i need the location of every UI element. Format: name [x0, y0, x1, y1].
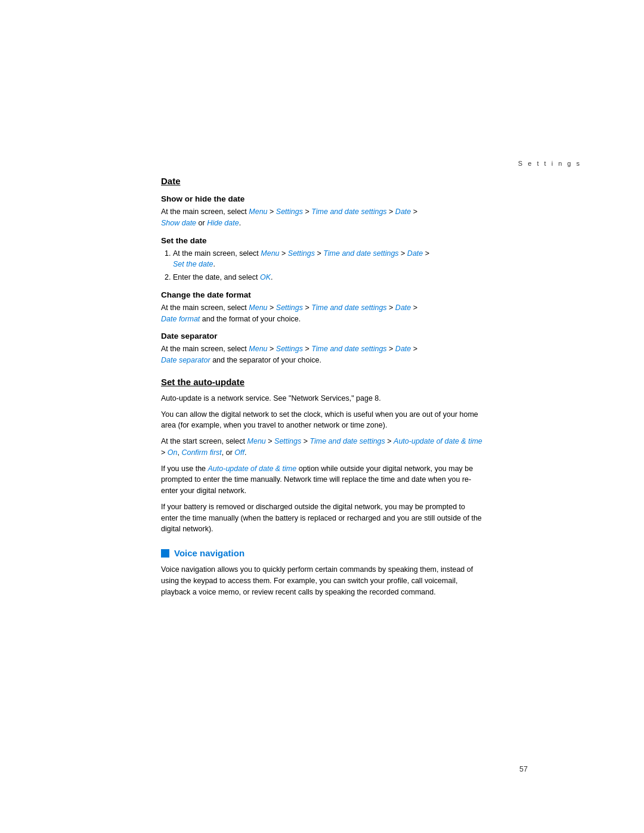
show-hide-or: or	[196, 219, 207, 227]
autoupdate-gt4: >	[161, 448, 168, 457]
set-date-step2: Enter the date, and select OK.	[173, 272, 483, 283]
set-date-settings-link[interactable]: Settings	[288, 249, 315, 258]
autoupdate-settings[interactable]: Settings	[274, 437, 301, 445]
content-area: Date Show or hide the date At the main s…	[161, 176, 483, 600]
voice-nav-heading-container: Voice navigation	[161, 548, 483, 558]
set-date-gt1: >	[280, 249, 288, 258]
date-sep-gt2: >	[303, 345, 311, 353]
autoupdate-para4-link[interactable]: Auto-update of date & time	[208, 465, 297, 473]
date-sep-link[interactable]: Date separator	[161, 356, 210, 364]
autoupdate-gt2: >	[301, 437, 309, 445]
set-date-gt4: >	[423, 249, 429, 258]
set-date-step2-period: .	[271, 273, 273, 281]
set-date-gt3: >	[399, 249, 407, 258]
set-date-step2-text: Enter the date, and select	[173, 273, 260, 281]
date-section: Date Show or hide the date At the main s…	[161, 176, 483, 366]
voice-nav-section: Voice navigation Voice navigation allows…	[161, 548, 483, 597]
voice-nav-body: Voice navigation allows you to quickly p…	[161, 564, 483, 597]
change-format-gt2: >	[303, 304, 311, 312]
show-hide-period: .	[239, 219, 241, 227]
show-hide-heading: Show or hide the date	[161, 194, 483, 203]
show-hide-text-before: At the main screen, select	[161, 208, 249, 216]
date-sep-gt1: >	[268, 345, 276, 353]
autoupdate-time[interactable]: Time and date settings	[309, 437, 385, 445]
autoupdate-section: Set the auto-update Auto-update is a net…	[161, 377, 483, 535]
date-sep-menu[interactable]: Menu	[249, 345, 267, 353]
autoupdate-off[interactable]: Off	[234, 448, 244, 457]
set-date-time-link[interactable]: Time and date settings	[323, 249, 398, 258]
change-format-date[interactable]: Date	[395, 304, 411, 312]
show-hide-time-link[interactable]: Time and date settings	[311, 208, 386, 216]
set-date-date-link[interactable]: Date	[407, 249, 423, 258]
show-hide-menu-link[interactable]: Menu	[249, 208, 267, 216]
date-sep-after: and the separator of your choice.	[210, 356, 321, 364]
page-number: 57	[519, 765, 528, 773]
set-date-step1: At the main screen, select Menu > Settin…	[173, 248, 483, 271]
date-sep-settings[interactable]: Settings	[276, 345, 303, 353]
autoupdate-para5: If your battery is removed or discharged…	[161, 501, 483, 535]
change-format-before: At the main screen, select	[161, 304, 249, 312]
change-format-menu[interactable]: Menu	[249, 304, 267, 312]
settings-label: S e t t i n g s	[518, 160, 581, 167]
autoupdate-gt1: >	[266, 437, 274, 445]
set-date-link[interactable]: Set the date	[173, 260, 213, 268]
show-hide-date-link[interactable]: Date	[395, 208, 411, 216]
autoupdate-para4: If you use the Auto-update of date & tim…	[161, 463, 483, 497]
set-date-step1-before: At the main screen, select	[173, 249, 261, 258]
page-container: S e t t i n g s Date Show or hide the da…	[0, 0, 644, 833]
set-date-list: At the main screen, select Menu > Settin…	[161, 248, 483, 283]
date-sep-time[interactable]: Time and date settings	[311, 345, 386, 353]
date-sep-gt4: >	[411, 345, 417, 353]
date-heading: Date	[161, 176, 483, 186]
autoupdate-link[interactable]: Auto-update of date & time	[394, 437, 482, 445]
date-format-link[interactable]: Date format	[161, 315, 200, 323]
change-format-gt1: >	[268, 304, 276, 312]
change-format-time[interactable]: Time and date settings	[311, 304, 386, 312]
show-hide-text: At the main screen, select Menu > Settin…	[161, 206, 483, 229]
change-format-heading: Change the date format	[161, 290, 483, 299]
autoupdate-para4-before: If you use the	[161, 465, 208, 473]
date-sep-heading: Date separator	[161, 332, 483, 340]
date-sep-gt3: >	[387, 345, 395, 353]
show-hide-gt2: >	[303, 208, 311, 216]
autoupdate-para2: You can allow the digital network to set…	[161, 409, 483, 432]
autoupdate-para3: At the start screen, select Menu > Setti…	[161, 436, 483, 459]
show-hide-gt4: >	[411, 208, 417, 216]
autoupdate-on[interactable]: On	[168, 448, 178, 457]
autoupdate-or: , or	[222, 448, 235, 457]
set-date-period: .	[213, 260, 215, 268]
show-hide-gt3: >	[387, 208, 395, 216]
hide-date-link[interactable]: Hide date	[207, 219, 239, 227]
show-date-link[interactable]: Show date	[161, 219, 196, 227]
autoupdate-menu[interactable]: Menu	[247, 437, 266, 445]
autoupdate-para1: Auto-update is a network service. See "N…	[161, 393, 483, 404]
set-date-menu-link[interactable]: Menu	[261, 249, 279, 258]
date-sep-before: At the main screen, select	[161, 345, 249, 353]
voice-nav-title: Voice navigation	[174, 548, 244, 558]
show-hide-settings-link[interactable]: Settings	[276, 208, 303, 216]
autoupdate-para3-before: At the start screen, select	[161, 437, 247, 445]
change-format-after: and the format of your choice.	[200, 315, 301, 323]
autoupdate-gt3: >	[385, 437, 394, 445]
change-format-settings[interactable]: Settings	[276, 304, 303, 312]
date-sep-date[interactable]: Date	[395, 345, 411, 353]
change-format-text: At the main screen, select Menu > Settin…	[161, 302, 483, 325]
set-date-ok-link[interactable]: OK	[260, 273, 271, 281]
autoupdate-confirm[interactable]: Confirm first	[181, 448, 221, 457]
set-date-gt2: >	[315, 249, 323, 258]
show-hide-gt1: >	[268, 208, 276, 216]
set-date-heading: Set the date	[161, 236, 483, 245]
date-sep-text: At the main screen, select Menu > Settin…	[161, 343, 483, 366]
change-format-gt3: >	[387, 304, 395, 312]
autoupdate-heading: Set the auto-update	[161, 377, 483, 387]
change-format-gt4: >	[411, 304, 417, 312]
autoupdate-period: .	[244, 448, 246, 457]
voice-nav-icon	[161, 549, 169, 558]
